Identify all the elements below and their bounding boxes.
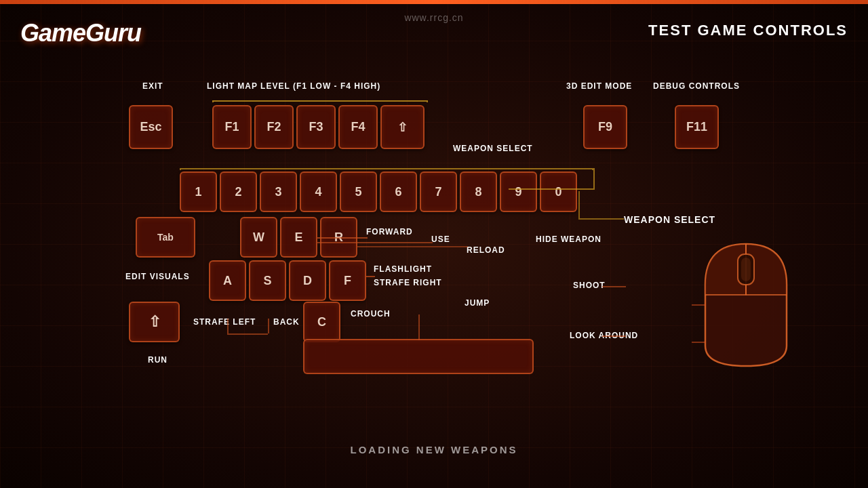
key-s: S	[249, 260, 286, 301]
weapon-select-right-vert	[578, 191, 580, 220]
watermark: www.rrcg.cn	[404, 12, 463, 23]
key-shift-up: ⇧	[380, 105, 425, 149]
weapon-select-right-line	[580, 218, 624, 220]
shoot-connector	[602, 286, 626, 287]
key-8: 8	[460, 171, 497, 212]
key-6: 6	[380, 171, 417, 212]
label-strafe-right: STRAFE RIGHT	[374, 278, 442, 287]
label-flashlight: FLASHLIGHT	[374, 264, 432, 274]
key-c: C	[303, 302, 340, 342]
key-2: 2	[220, 171, 257, 212]
label-use: USE	[431, 235, 450, 244]
back-line-v	[268, 319, 269, 333]
key-1: 1	[180, 171, 217, 212]
label-edit-mode: 3D EDIT MODE	[566, 81, 632, 91]
key-3: 3	[260, 171, 297, 212]
label-run: RUN	[148, 355, 167, 365]
key-f9: F9	[583, 105, 627, 149]
label-weapon-select-right: WEAPON SELECT	[624, 214, 715, 225]
key-7: 7	[420, 171, 457, 212]
mouse-diagram	[692, 230, 800, 380]
light-map-bracket	[212, 100, 428, 102]
strafe-back-horiz	[227, 333, 268, 335]
key-esc: Esc	[129, 105, 173, 149]
label-jump: JUMP	[465, 298, 490, 308]
use-line	[317, 242, 433, 243]
key-f2: F2	[254, 105, 294, 149]
label-hide-weapon: HIDE WEAPON	[536, 235, 601, 244]
label-back: BACK	[273, 317, 300, 327]
reload-line	[357, 246, 468, 247]
key-5: 5	[340, 171, 377, 212]
strafe-left-line-v	[227, 319, 229, 333]
logo: GameGuru	[20, 19, 141, 47]
jump-line	[418, 314, 420, 340]
key-shift-left: ⇧	[129, 302, 180, 342]
look-connector	[602, 336, 626, 337]
label-crouch: CROUCH	[351, 309, 391, 319]
forward-line	[357, 237, 368, 239]
key-0: 0	[540, 171, 577, 212]
label-exit: EXIT	[142, 81, 163, 91]
label-forward: FORWARD	[366, 227, 413, 237]
weapon-bracket-horiz	[509, 188, 595, 190]
label-strafe-left: STRAFE LEFT	[193, 317, 256, 327]
weapon-bracket-line	[593, 168, 595, 188]
key-tab: Tab	[136, 217, 195, 258]
key-f4: F4	[338, 105, 378, 149]
page-title: TEST GAME CONTROLS	[648, 22, 848, 39]
label-light-map: LIGHT MAP LEVEL (F1 LOW - F4 HIGH)	[207, 81, 380, 91]
key-4: 4	[300, 171, 337, 212]
label-reload: RELOAD	[467, 245, 505, 255]
key-9: 9	[500, 171, 537, 212]
key-f3: F3	[296, 105, 336, 149]
key-e: E	[280, 217, 317, 258]
key-w: W	[240, 217, 277, 258]
key-f1: F1	[212, 105, 252, 149]
logo-game: Game	[20, 19, 85, 47]
key-d: D	[289, 260, 326, 301]
flashlight-line	[366, 276, 375, 277]
weapon-select-bracket	[180, 168, 593, 170]
logo-guru: Guru	[85, 19, 141, 47]
loading-text: LOADING NEW WEAPONS	[351, 444, 518, 455]
top-accent-bar	[0, 0, 868, 4]
key-f: F	[329, 260, 366, 301]
label-shoot: SHOOT	[573, 281, 606, 290]
svg-rect-2	[741, 258, 751, 281]
key-a: A	[209, 260, 246, 301]
key-spacebar	[303, 339, 534, 374]
label-debug: DEBUG CONTROLS	[653, 81, 740, 91]
forward-line2	[317, 237, 357, 239]
label-weapon-select-top: WEAPON SELECT	[453, 144, 533, 153]
key-f11: F11	[675, 105, 719, 149]
label-edit-visuals: EDIT VISUALS	[125, 272, 190, 281]
